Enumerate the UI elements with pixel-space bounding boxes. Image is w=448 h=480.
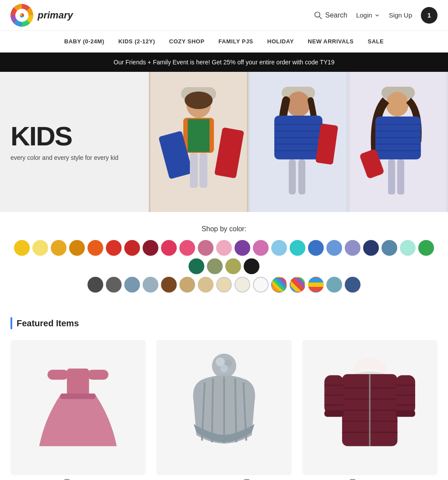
nav-item-holiday[interactable]: HOLIDAY bbox=[267, 38, 294, 45]
hero-image-3 bbox=[348, 72, 448, 212]
color-swatch-green[interactable] bbox=[418, 240, 434, 256]
svg-rect-42 bbox=[67, 369, 89, 396]
search-label: Search bbox=[325, 11, 347, 19]
color-swatch-gold[interactable] bbox=[51, 240, 66, 256]
color-swatch-red-orange[interactable] bbox=[106, 240, 122, 256]
featured-section: Featured Items the tutu dres bbox=[0, 308, 448, 480]
color-swatch-yellow[interactable] bbox=[14, 240, 30, 256]
product-image-winter-puffer-coat[interactable] bbox=[302, 340, 438, 475]
color-swatch-hot-pink[interactable] bbox=[161, 240, 177, 256]
color-swatch-sky[interactable] bbox=[271, 240, 287, 256]
product-card-winter-puffer-coat: the winter puffer coat $68.00 bbox=[302, 340, 438, 480]
svg-rect-25 bbox=[289, 159, 296, 194]
products-grid: the tutu dress $34.00 bbox=[10, 340, 438, 480]
color-swatch-mauve[interactable] bbox=[198, 240, 214, 256]
shop-by-color-title: Shop by color: bbox=[9, 225, 439, 233]
svg-rect-33 bbox=[375, 116, 421, 159]
svg-rect-71 bbox=[396, 410, 415, 417]
header-right: Search Login Sign Up 1 bbox=[314, 7, 438, 24]
color-swatch-forest[interactable] bbox=[189, 258, 204, 274]
login-button[interactable]: Login bbox=[356, 11, 380, 19]
color-swatch-stripe3[interactable] bbox=[308, 277, 324, 293]
color-swatch-periwinkle[interactable] bbox=[345, 240, 360, 256]
color-swatch-mint[interactable] bbox=[400, 240, 416, 256]
color-swatch-blue-gray[interactable] bbox=[124, 277, 140, 293]
color-swatch-olive[interactable] bbox=[225, 258, 241, 274]
color-swatch-amber[interactable] bbox=[69, 240, 85, 256]
color-swatch-tan[interactable] bbox=[179, 277, 195, 293]
svg-rect-65 bbox=[396, 375, 415, 414]
color-swatch-red[interactable] bbox=[124, 240, 140, 256]
color-swatch-cyan[interactable] bbox=[290, 240, 305, 256]
hero-image-2 bbox=[248, 72, 348, 212]
color-swatch-gray[interactable] bbox=[143, 277, 158, 293]
product-image-pom-pom-hat[interactable] bbox=[156, 340, 291, 475]
color-swatch-dark-gray[interactable] bbox=[106, 277, 122, 293]
color-swatch-cream[interactable] bbox=[216, 277, 232, 293]
color-swatch-burgundy[interactable] bbox=[143, 240, 158, 256]
shop-by-color-section: Shop by color: bbox=[0, 212, 448, 308]
hero-images bbox=[149, 72, 448, 212]
color-swatch-steel[interactable] bbox=[382, 240, 397, 256]
svg-rect-70 bbox=[325, 410, 344, 417]
hero-subtitle: every color and every style for every ki… bbox=[10, 154, 119, 161]
color-swatch-charcoal[interactable] bbox=[88, 277, 103, 293]
logo-area: primary bbox=[10, 4, 73, 27]
product-image-tutu-dress[interactable] bbox=[10, 340, 146, 475]
search-icon bbox=[314, 11, 322, 20]
nav-item-kids[interactable]: KIDS (2-12Y) bbox=[118, 38, 155, 45]
svg-rect-44 bbox=[88, 370, 108, 380]
color-swatch-black[interactable] bbox=[244, 258, 259, 274]
color-swatch-sage[interactable] bbox=[207, 258, 223, 274]
nav-item-cozy[interactable]: COZY SHOP bbox=[169, 38, 205, 45]
nav-item-family[interactable]: FAMILY PJS bbox=[218, 38, 253, 45]
logo-icon[interactable] bbox=[10, 4, 33, 27]
svg-rect-43 bbox=[48, 370, 69, 380]
color-swatch-ivory[interactable] bbox=[234, 277, 250, 293]
svg-point-16 bbox=[287, 92, 310, 117]
color-swatch-orange[interactable] bbox=[88, 240, 103, 256]
color-swatch-light-pink[interactable] bbox=[216, 240, 232, 256]
svg-rect-40 bbox=[388, 159, 395, 194]
chevron-down-icon bbox=[374, 12, 380, 18]
main-nav: BABY (0-24M) KIDS (2-12Y) COZY SHOP FAMI… bbox=[0, 31, 448, 53]
color-row-1 bbox=[9, 240, 439, 274]
nav-item-new[interactable]: NEW ARRIVALS bbox=[308, 38, 354, 45]
promo-banner: Our Friends + Family Event is here! Get … bbox=[0, 53, 448, 72]
hero-section: KIDS every color and every style for eve… bbox=[0, 72, 448, 212]
hero-text: KIDS every color and every style for eve… bbox=[10, 123, 119, 161]
hero-title: KIDS bbox=[10, 123, 119, 150]
cart-button[interactable]: 1 bbox=[421, 7, 438, 24]
color-swatch-navy[interactable] bbox=[363, 240, 379, 256]
svg-point-6 bbox=[185, 92, 213, 109]
color-swatch-beige[interactable] bbox=[198, 277, 214, 293]
nav-item-baby[interactable]: BABY (0-24M) bbox=[64, 38, 105, 45]
svg-rect-26 bbox=[298, 159, 305, 194]
color-swatch-light-yellow[interactable] bbox=[32, 240, 48, 256]
svg-rect-41 bbox=[397, 159, 404, 194]
color-swatch-stripe1[interactable] bbox=[271, 277, 287, 293]
color-swatch-pink[interactable] bbox=[179, 240, 195, 256]
color-swatch-white[interactable] bbox=[253, 277, 269, 293]
color-swatch-teal-stripe[interactable] bbox=[326, 277, 342, 293]
color-swatch-orchid[interactable] bbox=[253, 240, 269, 256]
product-card-tutu-dress: the tutu dress $34.00 bbox=[10, 340, 146, 480]
featured-title: Featured Items bbox=[17, 318, 79, 328]
header: primary Search Login Sign Up 1 bbox=[0, 0, 448, 31]
svg-rect-8 bbox=[188, 119, 210, 152]
nav-item-sale[interactable]: SALE bbox=[368, 38, 384, 45]
color-swatch-dark-blue[interactable] bbox=[345, 277, 360, 293]
signup-button[interactable]: Sign Up bbox=[389, 11, 412, 19]
color-swatch-purple[interactable] bbox=[234, 240, 250, 256]
search-button[interactable]: Search bbox=[314, 11, 347, 20]
color-swatch-blue[interactable] bbox=[308, 240, 324, 256]
color-swatch-stripe2[interactable] bbox=[290, 277, 305, 293]
svg-rect-61 bbox=[325, 375, 344, 414]
svg-rect-12 bbox=[200, 153, 207, 188]
featured-bar bbox=[10, 317, 12, 329]
color-swatch-cornflower[interactable] bbox=[326, 240, 342, 256]
svg-point-30 bbox=[386, 92, 409, 116]
svg-line-1 bbox=[319, 16, 322, 19]
logo-text: primary bbox=[38, 10, 73, 21]
color-swatch-brown[interactable] bbox=[161, 277, 177, 293]
